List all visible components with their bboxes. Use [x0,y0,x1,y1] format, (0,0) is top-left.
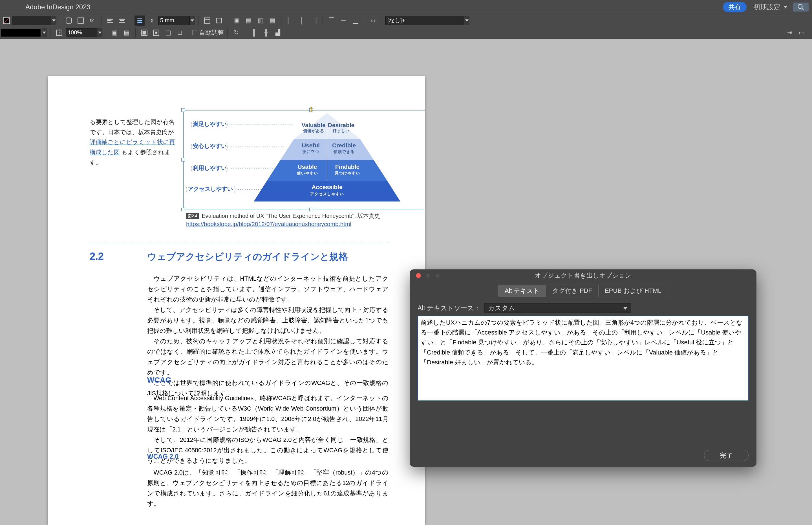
control-panel: fx. ▣ ▤ ▥ ▦ ▏ │ ▕ ▔ ─ ▁ ⇔ [0,14,812,39]
svg-text:Accessible: Accessible [312,184,342,190]
fill-frame-prop-icon[interactable]: ◫ [163,28,173,38]
flow-1-icon[interactable]: ║ [249,28,260,38]
export-options-dialog[interactable]: オブジェクト書き出しオプション Alt テキスト タグ付き PDF EPUB お… [410,269,756,467]
opacity-input[interactable] [66,28,97,37]
opacity-icon[interactable] [54,28,64,38]
object-style-input[interactable] [385,16,464,25]
auto-fit-group[interactable]: 自動調整 [192,28,224,37]
svg-text:アクセスしやすい: アクセスしやすい [188,186,233,192]
fill-color-input[interactable] [12,16,51,25]
wrap-jump-next-icon[interactable]: ▥ [255,15,266,26]
svg-text:使いやすい: 使いやすい [297,171,318,175]
svg-text:Valuable: Valuable [301,122,325,128]
dialog-tabs: Alt テキスト タグ付き PDF EPUB および HTML [410,285,756,297]
align-middle-icon[interactable]: ─ [338,15,349,26]
wrap-jump-icon[interactable]: ▤ [243,15,254,26]
svg-text:Credible: Credible [332,142,356,149]
app-title: Adobe InDesign 2023 [25,3,90,11]
align-bottom-icon[interactable]: ▁ [350,15,360,26]
document-page[interactable]: る要素として整理した図が有名です。日本では、坂本貴史氏が 評価軸ごとにピラミッド… [48,76,425,525]
svg-rect-11 [119,22,125,22]
svg-point-22 [156,32,157,33]
svg-text:Findable: Findable [335,163,359,170]
svg-text:）: ） [225,142,232,150]
distribute-icon[interactable]: ⇔ [368,15,378,26]
flow-2-icon[interactable]: ╫ [261,28,271,38]
share-button[interactable]: 共有 [723,2,747,12]
svg-point-0 [798,4,802,9]
workspace-area: る要素として整理した図が有名です。日本では、坂本貴史氏が 評価軸ごとにピラミッド… [0,39,812,525]
maximize-icon [435,273,440,278]
svg-rect-20 [143,31,146,34]
fx-icon[interactable]: fx. [87,15,98,26]
stroke-swatch[interactable] [1,29,41,36]
flow-3-icon[interactable]: ▟ [272,28,283,38]
gap-value-input[interactable] [158,16,190,25]
alt-source-select[interactable]: カスタム [484,303,631,313]
anchor-icon [309,107,314,112]
workspace-label: 初期設定 [753,2,780,12]
fill-color-dropdown[interactable] [51,16,56,25]
close-icon[interactable] [416,273,421,278]
align-top-icon[interactable]: ▔ [326,15,337,26]
stroke-dropdown[interactable] [42,28,47,37]
wrap-ignore-icon[interactable]: ▦ [267,15,278,26]
svg-line-1 [802,8,804,10]
stroke-link-icon[interactable] [146,15,157,26]
svg-text:（: （ [186,142,193,150]
intro-paragraph: る要素として整理した図が有名です。日本では、坂本貴史氏が 評価軸ごとにピラミッド… [90,117,178,167]
pyramid-figure[interactable]: （満足しやすい） （安心しやすい） （利用しやすい） （アクセスしやすい） Ac… [186,113,425,207]
align-center-icon[interactable]: │ [297,15,307,26]
svg-text:アクセスしやすい: アクセスしやすい [310,192,344,196]
fill-swatch-icon[interactable] [1,15,12,26]
auto-fit-checkbox[interactable] [192,30,197,35]
tab-tagged-pdf[interactable]: タグ付き PDF [546,285,598,297]
workspace-dropdown[interactable]: 初期設定 [753,2,788,12]
dialog-body: Alt テキストソース： カスタム [410,297,756,402]
svg-rect-17 [217,18,221,23]
figure-source-link[interactable]: https://bookslope.jp/blog/2012/07/evalua… [186,221,351,227]
svg-rect-4 [66,18,72,24]
section-number: 2.2 [90,251,104,262]
svg-text:満足しやすい: 満足しやすい [193,121,227,127]
dialog-titlebar[interactable]: オブジェクト書き出しオプション [410,269,756,282]
fit-content-icon[interactable] [139,28,150,38]
tab-alt-text[interactable]: Alt テキスト [498,285,546,297]
svg-rect-6 [107,19,113,19]
done-button[interactable]: 完了 [704,450,749,461]
corner-radius-icon[interactable] [63,15,74,26]
panel-icon[interactable]: ▭ [796,28,807,38]
align-right-icon[interactable]: ▕ [308,15,319,26]
chapter-divider [90,243,388,243]
alt-text-textarea[interactable] [417,316,749,401]
fit-frame-icon[interactable]: □ [175,28,185,38]
object-style-dropdown[interactable] [464,16,470,25]
frame-icon[interactable] [75,15,86,26]
fit-frame-to-content-icon[interactable]: ▤ [121,28,132,38]
opacity-dropdown[interactable] [97,28,102,37]
align-center-in-frame-icon[interactable] [117,15,128,26]
svg-rect-15 [204,18,210,24]
tab-epub-html[interactable]: EPUB および HTML [598,285,668,297]
gap-dropdown[interactable] [190,16,195,25]
export-icon[interactable]: ⇥ [784,28,795,38]
center-content-icon[interactable] [151,28,162,38]
fit-content-prop-icon[interactable]: ▣ [109,28,120,38]
search-icon [797,3,804,11]
svg-rect-9 [119,19,125,19]
rotate-cw-icon[interactable]: ↻ [231,28,242,38]
svg-text:（: （ [186,120,193,128]
auto-fit-label: 自動調整 [199,28,224,37]
stroke-weight-icon[interactable] [134,15,145,26]
text-wrap-none-icon[interactable] [202,15,212,26]
search-button[interactable] [793,2,809,12]
text-wrap-bbox-icon[interactable] [214,15,224,26]
section-title: ウェブアクセシビリティのガイドラインと規格 [147,251,348,263]
alt-source-value: カスタム [488,304,515,313]
svg-text:安心しやすい: 安心しやすい [193,143,227,149]
svg-text:信頼できる: 信頼できる [333,150,355,154]
align-left-in-frame-icon[interactable] [105,15,116,26]
align-left-icon[interactable]: ▏ [285,15,295,26]
wrap-shape-icon[interactable]: ▣ [232,15,242,26]
svg-text:（: （ [186,164,193,172]
